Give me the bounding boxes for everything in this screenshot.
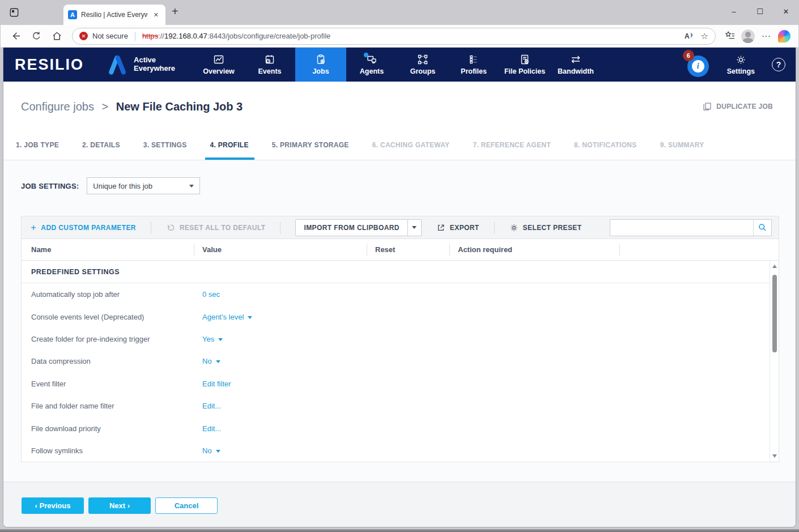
parameter-value-link[interactable]: No <box>202 357 220 365</box>
maximize-button[interactable]: ☐ <box>747 0 773 23</box>
parameter-value-link[interactable]: Agent's level <box>202 313 252 321</box>
parameter-value-link[interactable]: 0 sec <box>202 290 220 299</box>
column-header-value: Value <box>194 239 367 260</box>
wizard-footer: ‹ Previous Next › Cancel <box>3 482 796 527</box>
favorites-bar-icon[interactable] <box>722 29 737 44</box>
parameter-name: File download priority <box>22 424 194 433</box>
step-job-type[interactable]: 1. JOB TYPE <box>16 130 59 160</box>
parameter-name: Event filter <box>22 380 194 388</box>
search-input[interactable] <box>610 220 753 236</box>
step-settings[interactable]: 3. SETTINGS <box>143 130 187 160</box>
job-settings-select[interactable]: Unique for this job <box>87 177 200 194</box>
step-primary-storage[interactable]: 5. PRIMARY STORAGE <box>272 130 349 160</box>
not-secure-label[interactable]: Not secure <box>92 32 128 40</box>
breadcrumb-separator-icon: > <box>102 100 109 113</box>
scroll-up-icon[interactable] <box>772 265 777 268</box>
url-scheme: https <box>142 32 158 40</box>
footer-buttons: ‹ Previous Next › Cancel <box>22 497 218 514</box>
add-custom-parameter-button[interactable]: + ADD CUSTOM PARAMETER <box>31 223 136 232</box>
parameter-value-cell: Agent's level <box>194 313 779 321</box>
browser-tab[interactable]: A Resilio | Active Everywhere ✕ <box>63 5 165 25</box>
address-bar[interactable]: ✕ Not secure https://192.168.0.47:8443/j… <box>72 28 716 45</box>
nav-item-bandwidth[interactable]: Bandwidth <box>550 48 601 82</box>
breadcrumb-parent[interactable]: Configure jobs <box>21 100 94 113</box>
nav-item-overview[interactable]: Overview <box>193 48 244 82</box>
import-from-clipboard-button[interactable]: IMPORT FROM CLIPBOARD <box>295 219 421 236</box>
plus-icon: + <box>31 223 36 232</box>
tab-title: Resilio | Active Everywhere <box>81 11 147 19</box>
search-icon[interactable] <box>753 220 771 236</box>
job-settings-label: JOB SETTINGS: <box>21 182 79 190</box>
parameter-value-link[interactable]: Edit filter <box>202 380 231 388</box>
nav-item-groups[interactable]: Groups <box>397 48 448 82</box>
nav-item-settings[interactable]: Settings <box>727 54 755 75</box>
new-tab-button[interactable]: + <box>172 5 178 18</box>
notifications-button[interactable]: 6 i <box>685 51 710 78</box>
step-details[interactable]: 2. DETAILS <box>82 130 120 160</box>
nav-item-file-policies[interactable]: File Policies <box>499 48 550 82</box>
window-bottom-edge <box>0 529 799 532</box>
favorite-star-icon[interactable]: ☆ <box>701 31 708 41</box>
scroll-down-icon[interactable] <box>772 454 777 458</box>
table-row: Data compressionNo <box>22 350 779 372</box>
toolbar-divider <box>280 222 280 234</box>
nav-item-events[interactable]: Events <box>244 48 295 82</box>
overview-icon <box>213 54 224 65</box>
previous-button[interactable]: ‹ Previous <box>22 497 84 514</box>
back-icon[interactable] <box>7 28 24 45</box>
table-body-rows: Automatically stop job after0 secConsole… <box>22 283 779 462</box>
dropdown-caret-icon <box>248 316 252 319</box>
nav-item-agents[interactable]: Agents <box>346 48 397 82</box>
next-button[interactable]: Next › <box>88 497 151 514</box>
scrollbar-thumb[interactable] <box>772 275 777 352</box>
parameter-name: File and folder name filter <box>22 402 194 410</box>
parameter-name: Create folder for pre-indexing trigger <box>22 335 194 343</box>
browser-menu-icon[interactable]: ··· <box>759 29 774 44</box>
groups-icon <box>417 54 428 65</box>
select-preset-button[interactable]: SELECT PRESET <box>509 223 582 232</box>
tab-close-icon[interactable]: ✕ <box>151 10 161 20</box>
parameter-value-cell: Edit filter <box>194 380 779 388</box>
parameter-value-link[interactable]: No <box>202 446 220 455</box>
duplicate-job-button[interactable]: DUPLICATE JOB <box>703 102 773 111</box>
close-button[interactable]: ✕ <box>773 0 799 23</box>
nav-item-jobs[interactable]: Jobs <box>295 48 346 82</box>
table-row: File download priorityEdit... <box>22 417 779 439</box>
step-caching-gateway: 6. CACHING GATEWAY <box>372 130 450 160</box>
parameters-table: + ADD CUSTOM PARAMETER RESET ALL TO DEFA… <box>21 216 779 462</box>
job-settings-value: Unique for this job <box>93 182 152 190</box>
help-icon[interactable]: ? <box>772 58 785 71</box>
breadcrumb: Configure jobs > New File Caching Job 3 <box>21 100 243 113</box>
parameter-value-link[interactable]: Yes <box>202 335 223 343</box>
parameter-value-cell: Edit... <box>194 424 779 433</box>
read-aloud-icon[interactable]: A <box>685 32 694 40</box>
resilio-favicon-icon: A <box>68 10 77 19</box>
copilot-icon[interactable] <box>777 29 792 44</box>
toolbar-divider <box>494 222 495 234</box>
preset-gear-icon <box>509 223 518 232</box>
import-dropdown-button[interactable] <box>407 220 421 236</box>
nav-item-profiles[interactable]: Profiles <box>448 48 499 82</box>
parameter-value-cell: 0 sec <box>194 290 779 299</box>
tab-actions-menu-icon[interactable] <box>9 7 19 18</box>
not-secure-icon: ✕ <box>79 32 88 40</box>
export-button[interactable]: EXPORT <box>436 223 479 232</box>
parameter-value-link[interactable]: Edit... <box>202 424 221 433</box>
file-policies-icon <box>519 54 530 65</box>
table-scrollbar[interactable] <box>770 261 779 462</box>
step-summary: 9. SUMMARY <box>660 130 704 160</box>
jobs-icon <box>315 54 326 65</box>
page-header: Configure jobs > New File Caching Job 3 … <box>3 82 796 130</box>
url-text[interactable]: https://192.168.0.47:8443/jobs/configure… <box>142 32 680 40</box>
minimize-button[interactable]: – <box>721 0 747 23</box>
parameter-value-link[interactable]: Edit... <box>202 402 221 410</box>
refresh-icon[interactable] <box>28 28 45 45</box>
page-content: JOB SETTINGS: Unique for this job + ADD … <box>3 160 796 482</box>
profiles-icon <box>468 54 479 65</box>
home-icon[interactable] <box>48 28 65 45</box>
cancel-button[interactable]: Cancel <box>155 497 218 514</box>
profile-avatar[interactable] <box>741 29 755 44</box>
step-profile[interactable]: 4. PROFILE <box>210 130 248 160</box>
agents-notification-dot <box>364 53 368 57</box>
parameter-value-cell: Edit... <box>194 402 779 410</box>
